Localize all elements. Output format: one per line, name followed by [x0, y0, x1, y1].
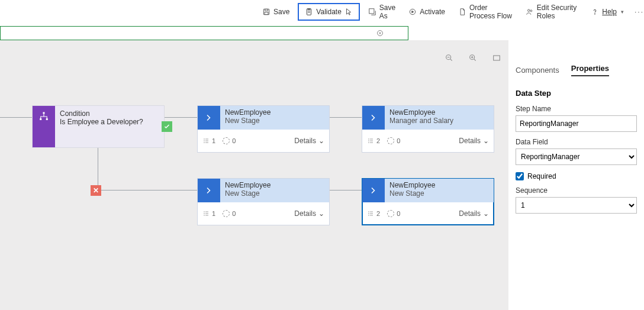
details-button[interactable]: Details ⌄ — [294, 209, 324, 218]
required-checkbox[interactable] — [516, 172, 524, 180]
stage-card[interactable]: NewEmployee New Stage 1 0 Details ⌄ — [197, 178, 330, 225]
condition-no-badge: ✕ — [91, 185, 101, 196]
save-as-button[interactable]: Save As — [363, 1, 400, 23]
steps-count: 1 — [202, 137, 215, 144]
help-icon — [591, 8, 599, 16]
steps-count: 2 — [367, 137, 380, 144]
sequence-select[interactable]: 1 — [516, 197, 637, 214]
validate-label: Validate — [316, 8, 341, 16]
connector-line — [0, 117, 32, 118]
data-field-label: Data Field — [516, 138, 637, 146]
chevron-down-icon: ⌄ — [483, 209, 489, 218]
data-field-select[interactable]: ReportingManager — [516, 148, 637, 165]
condition-title: Condition — [60, 109, 159, 118]
svg-point-6 — [527, 9, 530, 11]
svg-rect-1 — [265, 9, 268, 11]
condition-node[interactable]: Condition Is Employee a Developer? ✕ — [32, 105, 165, 148]
svg-rect-2 — [265, 12, 268, 15]
more-button[interactable]: ··· — [635, 8, 644, 16]
chevron-down-icon: ▾ — [621, 9, 624, 15]
stage-icon — [362, 106, 385, 130]
steps-count: 1 — [202, 210, 215, 217]
properties-panel: Components Properties Data Step Step Nam… — [508, 59, 644, 310]
save-button[interactable]: Save — [257, 5, 294, 19]
stage-title: NewEmployee — [389, 181, 435, 189]
required-label: Required — [527, 172, 556, 180]
sequence-label: Sequence — [516, 186, 637, 195]
validate-button[interactable]: Validate — [298, 3, 359, 21]
flow-canvas[interactable]: Condition Is Employee a Developer? ✕ New… — [0, 40, 508, 310]
chevron-down-icon: ⌄ — [483, 137, 489, 145]
svg-rect-14 — [40, 118, 41, 120]
condition-icon — [33, 106, 55, 147]
tab-properties[interactable]: Properties — [571, 64, 609, 76]
svg-point-7 — [530, 10, 532, 12]
chevron-down-icon: ⌄ — [318, 137, 324, 145]
branch-count: 0 — [387, 210, 400, 217]
stage-card[interactable]: NewEmployee New Stage 1 0 Details ⌄ — [197, 105, 330, 153]
fit-to-screen-icon[interactable] — [492, 53, 501, 65]
stage-icon — [362, 179, 385, 202]
save-as-icon — [368, 8, 376, 16]
cursor-icon — [344, 8, 353, 16]
connector-line — [165, 117, 197, 118]
banner-close-icon[interactable] — [376, 29, 384, 37]
step-name-label: Step Name — [516, 105, 637, 113]
stage-title: NewEmployee — [225, 181, 271, 189]
edit-security-roles-button[interactable]: Edit Security Roles — [521, 1, 582, 23]
connector-line — [98, 190, 197, 190]
stage-card[interactable]: NewEmployee Manager and Salary 2 0 Detai… — [362, 105, 494, 153]
top-toolbar: Save Validate Save As Activate Order Pro… — [0, 0, 644, 24]
save-as-label: Save As — [379, 4, 395, 20]
condition-yes-badge — [162, 121, 172, 132]
help-label: Help — [602, 8, 617, 16]
save-label: Save — [273, 8, 289, 16]
stage-icon — [198, 106, 220, 130]
stage-title: NewEmployee — [225, 108, 271, 117]
connector-line — [98, 148, 98, 190]
svg-rect-4 — [369, 9, 374, 14]
help-button[interactable]: Help ▾ — [586, 5, 629, 19]
zoom-in-icon[interactable] — [468, 53, 478, 65]
roles-label: Edit Security Roles — [537, 4, 578, 20]
stage-card-selected[interactable]: NewEmployee New Stage 2 0 Details ⌄ — [362, 178, 494, 225]
svg-rect-13 — [43, 112, 45, 114]
stage-subtitle: New Stage — [389, 189, 435, 198]
canvas-tools — [445, 53, 501, 65]
connector-line — [330, 190, 362, 190]
svg-rect-12 — [494, 56, 500, 60]
svg-point-8 — [595, 14, 595, 14]
panel-section-title: Data Step — [516, 89, 637, 98]
validation-banner — [0, 26, 408, 40]
stage-icon — [198, 179, 220, 202]
validate-icon — [305, 8, 313, 16]
activate-icon — [408, 8, 417, 16]
chevron-down-icon: ⌄ — [318, 209, 324, 218]
activate-label: Activate — [420, 8, 445, 16]
order-label: Order Process Flow — [469, 4, 513, 20]
zoom-out-icon[interactable] — [445, 53, 454, 65]
details-button[interactable]: Details ⌄ — [294, 137, 324, 145]
connector-line — [330, 117, 362, 118]
details-button[interactable]: Details ⌄ — [459, 137, 489, 145]
svg-rect-15 — [46, 118, 48, 120]
stage-subtitle: New Stage — [225, 117, 271, 125]
tab-components[interactable]: Components — [516, 66, 559, 75]
roles-icon — [526, 8, 534, 16]
activate-button[interactable]: Activate — [404, 5, 450, 19]
condition-subtitle: Is Employee a Developer? — [60, 118, 159, 126]
save-icon — [262, 8, 271, 16]
stage-subtitle: New Stage — [225, 189, 271, 198]
order-process-flow-button[interactable]: Order Process Flow — [453, 1, 517, 23]
details-button[interactable]: Details ⌄ — [459, 209, 489, 218]
branch-count: 0 — [387, 137, 400, 144]
document-icon — [458, 8, 466, 16]
branch-count: 0 — [223, 137, 236, 144]
stage-title: NewEmployee — [389, 108, 453, 117]
branch-count: 0 — [223, 210, 236, 217]
stage-subtitle: Manager and Salary — [389, 117, 453, 125]
step-name-input[interactable] — [516, 115, 637, 132]
steps-count: 2 — [367, 210, 380, 217]
